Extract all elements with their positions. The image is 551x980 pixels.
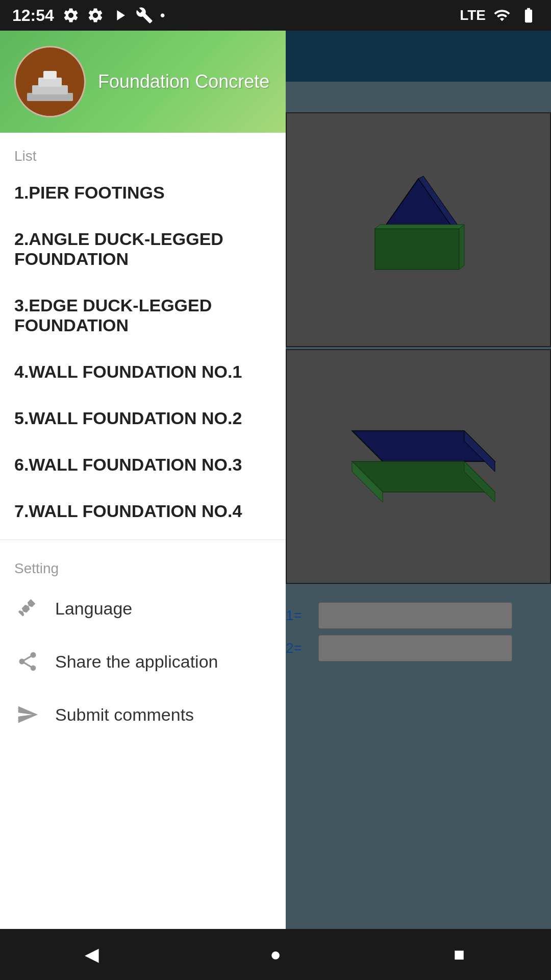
navigation-drawer: Foundation Concrete List 1.PIER FOOTINGS… <box>0 31 286 980</box>
back-button[interactable]: ◀ <box>71 934 112 975</box>
lte-label: LTE <box>460 7 486 23</box>
drawer-avatar <box>14 46 86 117</box>
setting-comments[interactable]: Submit comments <box>0 688 286 741</box>
menu-item-4[interactable]: 4.WALL FOUNDATION NO.1 <box>0 349 286 395</box>
menu-item-6[interactable]: 6.WALL FOUNDATION NO.3 <box>0 442 286 488</box>
menu-item-7[interactable]: 7.WALL FOUNDATION NO.4 <box>0 488 286 534</box>
settings2-icon <box>87 7 104 24</box>
dot-icon: • <box>160 7 165 23</box>
status-bar-left: 12:54 • <box>12 6 165 25</box>
menu-item-1[interactable]: 1.PIER FOOTINGS <box>0 169 286 216</box>
menu-item-2[interactable]: 2.ANGLE DUCK-LEGGED FOUNDATION <box>0 216 286 282</box>
menu-item-3[interactable]: 3.EDGE DUCK-LEGGED FOUNDATION <box>0 282 286 349</box>
status-icons: • <box>62 7 165 24</box>
wrench-icon <box>14 595 41 622</box>
list-section-label: List <box>0 133 286 169</box>
setting-section-label: Setting <box>0 545 286 582</box>
foundation-logo <box>17 50 83 116</box>
status-bar: 12:54 • LTE <box>0 0 551 31</box>
drawer-title: Foundation Concrete <box>98 71 269 92</box>
share-label: Share the application <box>55 652 218 672</box>
setting-share[interactable]: Share the application <box>0 635 286 688</box>
battery-icon <box>518 7 539 24</box>
paper-plane-icon <box>14 701 41 728</box>
language-label: Language <box>55 599 132 619</box>
bottom-nav: ◀ ● ■ <box>0 929 551 980</box>
drawer-header: Foundation Concrete <box>0 31 286 133</box>
share-icon <box>14 648 41 675</box>
settings1-icon <box>62 7 80 24</box>
play-icon <box>111 7 129 24</box>
signal-icon <box>493 7 511 24</box>
status-bar-right: LTE <box>460 7 539 24</box>
recent-button[interactable]: ■ <box>439 934 480 975</box>
svg-rect-14 <box>43 71 57 79</box>
setting-language[interactable]: Language <box>0 582 286 635</box>
comments-label: Submit comments <box>55 705 194 725</box>
tools-icon <box>136 7 153 24</box>
drawer-divider <box>0 540 286 540</box>
home-button[interactable]: ● <box>255 934 296 975</box>
status-time: 12:54 <box>12 6 54 25</box>
menu-item-5[interactable]: 5.WALL FOUNDATION NO.2 <box>0 395 286 442</box>
